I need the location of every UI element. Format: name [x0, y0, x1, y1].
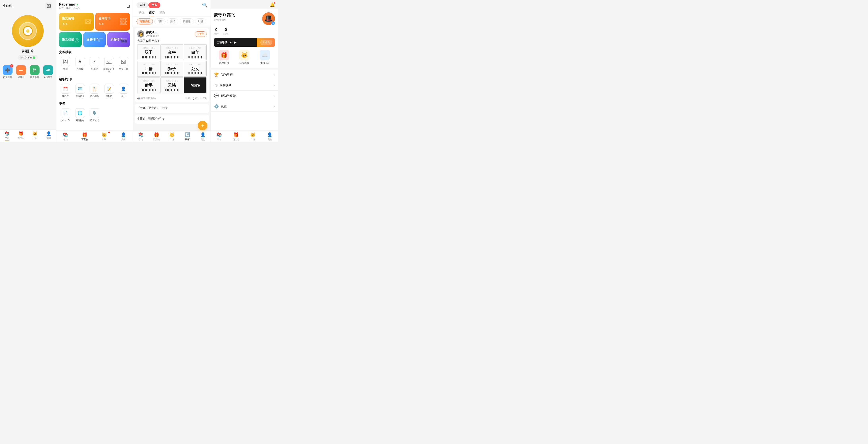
btn-label-print[interactable]: 标签打印 🏷: [83, 32, 106, 47]
template-title: 模板打印: [56, 76, 133, 83]
app-item-english[interactable]: AB 外语学习: [42, 65, 54, 79]
text-fixed[interactable]: A— 横向固定长度: [102, 57, 115, 73]
btn-image-edit[interactable]: 图文编辑 >> ✉: [59, 13, 94, 31]
p4-header: 🔔: [211, 0, 278, 9]
comment-card-2: 本田逃：谢谢(*^V^)=3: [135, 115, 209, 124]
original-bg-icon: 📷: [121, 36, 127, 43]
text-small[interactable]: a/ 打小字: [88, 57, 101, 73]
sub-tab-latest[interactable]: 最新: [157, 9, 167, 16]
profile-icon[interactable]: [45, 2, 53, 9]
more-web[interactable]: 🌐 网页打印: [73, 108, 86, 122]
avatar-edit-icon[interactable]: ✎: [271, 22, 275, 25]
card-label: 名片: [121, 95, 126, 98]
zodiac-more[interactable]: More: [184, 77, 207, 93]
scan-icon[interactable]: ⊡: [126, 4, 130, 9]
more-doc[interactable]: 📄 文档打印: [59, 108, 72, 122]
share-button[interactable]: ↗ 200: [200, 97, 207, 100]
filter-emoji[interactable]: 表情包: [180, 19, 193, 24]
p3-nav-box[interactable]: 🎁 百宝箱: [149, 131, 164, 142]
nav-item-box[interactable]: 🎁 百宝箱: [14, 129, 28, 142]
following-label: 关注: [214, 32, 219, 36]
p3-nav-study[interactable]: 📚 学习: [133, 131, 149, 142]
p4-nav-square[interactable]: 😺 广场: [245, 131, 261, 142]
square-icon: 😺: [32, 131, 37, 136]
btn-scan[interactable]: 图文扫描 ◎: [59, 32, 82, 47]
filter-selected[interactable]: 精选模板: [136, 19, 153, 24]
filter-calendar[interactable]: 日历: [154, 19, 165, 24]
username: 蒙奇.D.路飞: [214, 12, 235, 18]
p4-nav-mine[interactable]: 👤 我的: [261, 131, 278, 142]
paperang-button[interactable]: Paperang: [18, 55, 38, 60]
p2-nav-study[interactable]: 📚 学习: [56, 131, 75, 142]
tab-word[interactable]: 字条: [148, 2, 160, 8]
settings-label: 设置: [221, 105, 227, 108]
bell-icon[interactable]: 🔔: [270, 2, 275, 7]
user-avatar: 🧑: [137, 30, 145, 37]
search-icon[interactable]: 🔍: [202, 3, 207, 8]
quick-coin[interactable]: 🎁 喵币乐园: [214, 50, 234, 65]
works-label: 我的作品: [260, 61, 270, 65]
nav-item-square[interactable]: 😺 广场: [28, 129, 42, 142]
voice-icon: 🎙️: [90, 108, 99, 118]
checkin-button[interactable]: ✎ 签到: [260, 40, 272, 45]
template-note[interactable]: 📝 便利贴: [102, 84, 115, 98]
btn-image-print[interactable]: 图片打印 >> 🖼: [95, 13, 130, 31]
filter-sketch[interactable]: 索描: [167, 19, 178, 24]
template-schedule[interactable]: 📅 课程表: [59, 84, 72, 98]
zodiac-char: 双子: [145, 50, 153, 55]
p4-study-nav-label: 学习: [217, 138, 221, 141]
menu-favorites[interactable]: ☆ 我的收藏 ›: [211, 80, 278, 91]
p4-nav-study[interactable]: 📚 学习: [211, 131, 228, 142]
panel-social: 素材 字条 🔍 关注 推荐 最新 精选模板 日历 索描 表情包 动漫 🧑 好孩纸…: [133, 0, 211, 142]
heart-icon: ♡: [185, 97, 187, 100]
app-item-mistakes[interactable]: — 错题本: [15, 65, 27, 79]
p4-nav-box[interactable]: 🎁 百宝箱: [228, 131, 245, 142]
text-wide[interactable]: Ā 打横幅: [73, 57, 86, 73]
nav-item-study[interactable]: 📚 学习: [0, 129, 14, 142]
text-wide-icon: Ā: [75, 57, 85, 66]
nav-item-mine[interactable]: 👤 我的: [42, 129, 56, 142]
template-return[interactable]: 🪪 退换货卡: [73, 84, 86, 98]
menu-help[interactable]: 💬 帮助与反馈 ›: [211, 91, 278, 101]
app-icon-math: ➕ 新: [3, 65, 12, 75]
quick-works[interactable]: ☁️ 我的作品: [255, 50, 275, 65]
menu-milestone[interactable]: 🏆 我的里程 ›: [211, 69, 278, 80]
text-vertical[interactable]: A↕ 文字竖向: [117, 57, 130, 73]
p3-nav-square[interactable]: 😺 广场: [164, 131, 180, 142]
menu-settings[interactable]: ⚙️ 设置 ›: [211, 101, 278, 112]
text-normal[interactable]: A 常规: [59, 57, 72, 73]
sub-tab-recommend[interactable]: 推荐: [147, 9, 157, 16]
template-card[interactable]: 👤 名片: [117, 84, 130, 98]
btn-original-print[interactable]: 原图拍印 📷: [107, 32, 130, 47]
app-item-chinese[interactable]: 汉 语文学习: [29, 65, 40, 79]
share-icon: ↗: [200, 97, 202, 100]
template-todo[interactable]: 📋 待办清单: [88, 84, 101, 98]
like-button[interactable]: ♡ 11: [185, 97, 190, 100]
follow-button[interactable]: + 关注: [195, 31, 207, 37]
zodiac-grid: ☆第二十一期☆ 双子 ☆第二十一期☆ 金牛 ☆第二十一期☆ 白羊 ☆第二十一期☆: [137, 44, 207, 93]
todo-icon: 📋: [90, 84, 99, 94]
app-item-math[interactable]: ➕ 新 口算练习: [2, 65, 13, 79]
camera-hero[interactable]: 录题打印 Paperang: [0, 11, 56, 62]
sub-tab-follow[interactable]: 关注: [136, 9, 147, 16]
filter-anime[interactable]: 动漫: [195, 19, 206, 24]
quick-shop[interactable]: 😺 喵宝商城: [234, 50, 254, 65]
p4-mine-nav-label: 我的: [268, 138, 272, 141]
comment-button[interactable]: 💬 2: [193, 97, 198, 100]
fab-button[interactable]: +: [198, 121, 207, 130]
username-text: 好孩纸: [146, 31, 154, 34]
tab-material[interactable]: 素材: [136, 2, 148, 8]
class-label[interactable]: 学前班 ▾: [3, 4, 13, 8]
p2-nav-box[interactable]: 🎁 百宝箱: [75, 131, 94, 142]
p2-nav-mine[interactable]: 👤 我的: [114, 131, 133, 142]
level-bar[interactable]: 当前等级: Lv.1 ▶ ✎ 签到: [214, 38, 275, 47]
p2-nav-square[interactable]: 😺 广场: [95, 131, 114, 142]
p3-nav-mine[interactable]: 👤 我的: [195, 131, 211, 142]
more-voice[interactable]: 🎙️ 语音笔记: [88, 108, 101, 122]
zodiac-char2: 金牛: [168, 50, 176, 55]
p3-nav-refresh[interactable]: 🔄 刷新: [180, 131, 195, 142]
post-actions: 🤖 喜欢就告诉TA ♡ 11 💬 2 ↗ 200: [137, 95, 207, 100]
app-label-mistakes: 错题本: [18, 76, 25, 79]
print-bg-icon: 🖼: [120, 17, 127, 26]
action-hint: 🤖 喜欢就告诉TA: [137, 96, 183, 100]
